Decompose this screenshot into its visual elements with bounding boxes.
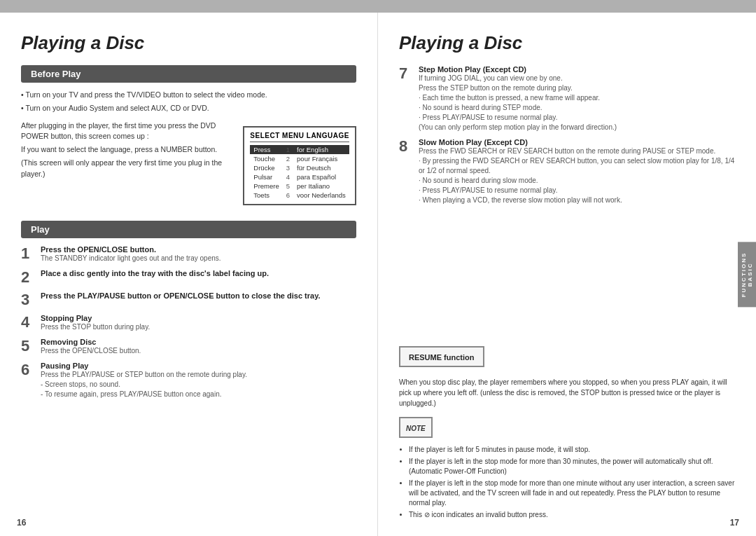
note-bullet-2: If the player is left in the stop mode f… [409,457,735,476]
step-1-content: Press the OPEN/CLOSE button. The STANDBY… [41,245,356,263]
step-2: 2 Place a disc gently into the tray with… [21,269,356,286]
step-3-title: Press the PLAY/PAUSE button or OPEN/CLOS… [41,291,356,300]
before-play-header: Before Play [21,65,356,83]
menu-language-box: SELECT MENU LANGUAGE Press 1 for English… [243,126,356,205]
step-6-number: 6 [21,362,36,378]
step-8: 8 Slow Motion Play (Except CD) Press the… [399,138,735,205]
step-4-desc: Press the STOP button during play. [41,322,356,332]
step-5-title: Removing Disc [41,338,356,346]
step-2-number: 2 [21,269,36,286]
step-7-content: Step Motion Play (Except CD) If turning … [419,65,735,132]
lang-val-2: pour Français [293,154,349,163]
resume-function-box: RESUME function [399,346,484,367]
before-play-bullet-1: • Turn on your TV and press the TV/VIDEO… [21,90,356,101]
step-3-content: Press the PLAY/PAUSE button or OPEN/CLOS… [41,291,356,300]
note-section: NOTE If the player is left for 5 minutes… [399,417,735,522]
lang-row-5: Premere 5 per Italiano [250,181,349,191]
lang-row-3: Drücke 3 für Deutsch [250,163,349,172]
page-container: Playing a Disc Before Play • Turn on you… [0,13,756,536]
lang-row-6: Toets 6 voor Nederlands [250,191,349,200]
right-page-title: Playing a Disc [399,32,735,54]
lang-num-1: 1 [283,145,293,154]
lang-val-5: per Italiano [293,181,349,191]
lang-row-2: Touche 2 pour Français [250,154,349,163]
lang-val-1: for English [293,145,349,154]
step-1: 1 Press the OPEN/CLOSE button. The STAND… [21,245,356,263]
note-bullet-4: This ⊘ icon indicates an invalid button … [409,510,735,520]
resume-section: RESUME function When you stop disc play,… [399,346,735,411]
resume-function-label: RESUME function [409,353,475,362]
note-bullet-1: If the player is left for 5 minutes in p… [409,445,735,455]
side-tab-text: BASICFUNCTIONS [741,252,753,297]
step-4-number: 4 [21,314,36,331]
step-2-content: Place a disc gently into the tray with t… [41,269,356,277]
step-5-desc: Press the OPEN/CLOSE button. [41,346,356,356]
lang-val-6: voor Nederlands [293,191,349,200]
step-7: 7 Step Motion Play (Except CD) If turnin… [399,65,735,132]
right-content: 7 Step Motion Play (Except CD) If turnin… [399,65,735,211]
before-play-content: • Turn on your TV and press the TV/VIDEO… [21,90,356,116]
step-6-content: Pausing Play Press the PLAY/PAUSE or STE… [41,362,356,399]
left-page-number: 16 [17,518,26,528]
step-5-number: 5 [21,338,36,355]
step-3-number: 3 [21,291,36,308]
top-bar [0,0,756,13]
after-text-2: If you want to select the language, pres… [21,144,222,156]
note-label: NOTE [406,425,426,432]
step-4-title: Stopping Play [41,314,356,322]
lang-num-5: 5 [283,181,293,191]
lang-num-3: 3 [283,163,293,172]
step-2-title: Place a disc gently into the tray with t… [41,269,356,277]
before-play-after-text: After plugging in the player, the first … [21,121,222,180]
lang-num-4: 4 [283,172,293,181]
step-1-title: Press the OPEN/CLOSE button. [41,245,356,254]
lang-key-6: Toets [250,191,282,200]
step-1-number: 1 [21,245,36,262]
before-play-bullet-2: • Turn on your Audio System and select A… [21,103,356,114]
note-bullets: If the player is left for 5 minutes in p… [399,445,735,520]
lang-val-4: para Español [293,172,349,181]
step-4-content: Stopping Play Press the STOP button duri… [41,314,356,332]
lang-key-3: Drücke [250,163,282,172]
lang-key-4: Pulsar [250,172,282,181]
step-8-desc: Press the FWD SEARCH or REV SEARCH butto… [419,146,735,205]
note-box: NOTE [399,417,433,438]
menu-language-title: SELECT MENU LANGUAGE [250,132,349,142]
lang-val-3: für Deutsch [293,163,349,172]
after-text-3: (This screen will only appear the very f… [21,158,222,180]
right-page-number: 17 [730,518,739,528]
left-page-title: Playing a Disc [21,32,356,54]
resume-function-text: When you stop disc play, the player reme… [399,377,735,408]
step-8-title: Slow Motion Play (Except CD) [419,138,735,146]
step-8-number: 8 [399,138,414,155]
lang-key-5: Premere [250,181,282,191]
step-7-number: 7 [399,65,414,82]
step-8-content: Slow Motion Play (Except CD) Press the F… [419,138,735,205]
lang-num-6: 6 [283,191,293,200]
right-page: Playing a Disc 7 Step Motion Play (Excep… [378,13,756,536]
lang-key-1: Press [250,145,282,154]
after-text-1: After plugging in the player, the first … [21,121,222,143]
play-header: Play [21,221,356,238]
step-5-content: Removing Disc Press the OPEN/CLOSE butto… [41,338,356,356]
step-7-title: Step Motion Play (Except CD) [419,65,735,74]
lang-num-2: 2 [283,154,293,163]
step-5: 5 Removing Disc Press the OPEN/CLOSE but… [21,338,356,356]
step-6-title: Pausing Play [41,362,356,370]
lang-key-2: Touche [250,154,282,163]
menu-language-table: Press 1 for English Touche 2 pour França… [250,145,349,200]
lang-row-1: Press 1 for English [250,145,349,154]
note-bullet-3: If the player is left in the stop mode f… [409,479,735,508]
lang-row-4: Pulsar 4 para Español [250,172,349,181]
step-6-desc: Press the PLAY/PAUSE or STEP button on t… [41,370,356,399]
step-6: 6 Pausing Play Press the PLAY/PAUSE or S… [21,362,356,399]
side-tab: BASICFUNCTIONS [738,242,756,307]
step-4: 4 Stopping Play Press the STOP button du… [21,314,356,332]
step-1-desc: The STANDBY indicator light goes out and… [41,254,356,263]
left-page: Playing a Disc Before Play • Turn on you… [0,13,378,536]
right-spacer [399,211,735,346]
step-7-desc: If turning JOG DIAL, you can view one by… [419,74,735,132]
step-3: 3 Press the PLAY/PAUSE button or OPEN/CL… [21,291,356,308]
